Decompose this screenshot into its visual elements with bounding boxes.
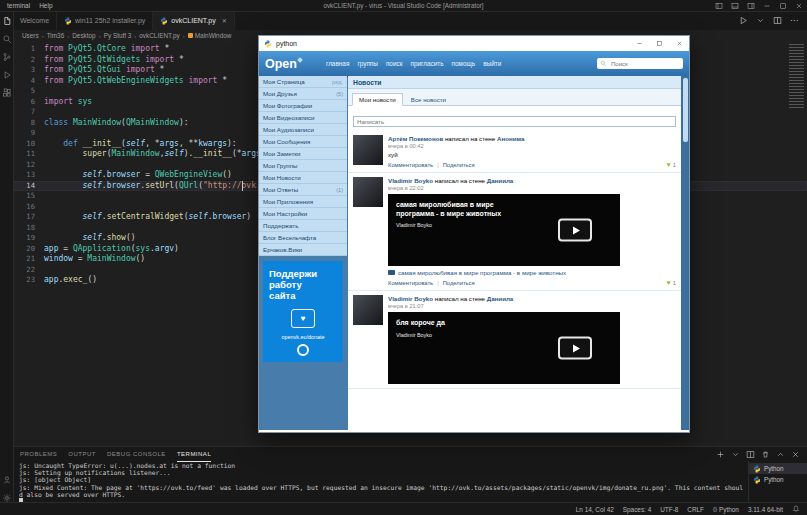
video-player[interactable]: бля короче даVladimir Boyko [388, 312, 620, 384]
post-avatar[interactable] [353, 295, 383, 325]
post-action-link-1[interactable]: Поделиться [443, 162, 475, 168]
post-target-link[interactable]: Анонима [497, 135, 524, 142]
openvk-logo[interactable]: Open [265, 57, 302, 71]
editor-tab-2[interactable]: ovkCLIENT.py✕ [153, 11, 234, 30]
editor-tab-1[interactable]: win11 25h2 installer.py [57, 11, 153, 30]
breadcrumb-item-2[interactable]: Desktop [72, 32, 95, 39]
breadcrumb-item-5[interactable]: MainWindow [188, 32, 232, 39]
sidebar-item-14[interactable]: Ерчаков.Вики [259, 244, 347, 256]
sidebar-item-13[interactable]: Блог Весельчафта [259, 232, 347, 244]
terminal-instance-1[interactable]: Python [749, 474, 807, 485]
compose-input[interactable] [353, 116, 676, 127]
run-python-file-icon[interactable] [738, 16, 748, 26]
post-author-link[interactable]: Vladimir Boyko [388, 177, 433, 184]
sidebar-item-12[interactable]: Поддержать [259, 220, 347, 232]
post-author-link[interactable]: Vladimir Boyko [388, 295, 433, 302]
terminal-output[interactable]: js: Uncaught TypeError: u(...).nodes.at … [13, 461, 748, 504]
nav-link-4[interactable]: помощь [452, 60, 476, 67]
like-button[interactable]: ♥1 [667, 279, 676, 286]
donate-banner[interactable]: Поддержиработусайта ♥ openvk.eu/donate [263, 261, 343, 362]
sidebar-item-6[interactable]: Мои Заметки [259, 148, 347, 160]
menu-item-0[interactable]: terminal [7, 2, 30, 9]
nav-link-2[interactable]: поиск [386, 60, 403, 67]
breadcrumb-item-1[interactable]: Tim36 [47, 32, 65, 39]
menu-item-1[interactable]: Help [39, 2, 52, 9]
sidebar-item-10[interactable]: Мои Приложения [259, 196, 347, 208]
sidebar-item-9[interactable]: Мои Ответы(1) [259, 184, 347, 196]
nav-link-0[interactable]: главная [326, 60, 349, 67]
close-panel-icon[interactable] [791, 450, 800, 459]
indentation[interactable]: Spaces: 4 [623, 506, 651, 513]
account-icon[interactable] [2, 475, 12, 485]
run-debug-icon[interactable] [2, 70, 12, 80]
editor-tab-0[interactable]: Welcome [13, 11, 57, 30]
sidebar-item-8[interactable]: Мои Новости [259, 172, 347, 184]
sidebar-item-11[interactable]: Мои Настройки [259, 208, 347, 220]
openvk-search-box[interactable] [597, 58, 683, 69]
more-actions-icon[interactable]: ⋯ [789, 16, 799, 26]
language-mode[interactable]: {}Python [713, 506, 739, 513]
explorer-icon[interactable] [2, 16, 12, 26]
source-control-icon[interactable] [2, 52, 12, 62]
qt-maximize-icon[interactable] [649, 36, 669, 51]
minimize-icon[interactable] [759, 0, 775, 11]
panel-tab-2[interactable]: DEBUG CONSOLE [107, 447, 166, 462]
split-terminal-icon[interactable] [746, 450, 755, 459]
feed-tab-1[interactable]: Все новости [405, 94, 452, 105]
qt-titlebar[interactable]: python [259, 36, 689, 51]
cursor-position[interactable]: Ln 14, Col 42 [576, 506, 614, 513]
close-window-icon[interactable] [791, 0, 807, 11]
terminal-profile-chevron-icon[interactable] [731, 450, 740, 459]
kill-terminal-icon[interactable] [761, 450, 770, 459]
qt-minimize-icon[interactable] [629, 36, 649, 51]
new-terminal-icon[interactable] [716, 450, 725, 459]
panel-tab-0[interactable]: PROBLEMS [20, 447, 57, 462]
python-interpreter[interactable]: 3.11.4 64-bit [748, 506, 783, 513]
eol-sequence[interactable]: CRLF [687, 506, 704, 513]
post-author-link[interactable]: Артём Покемонов [388, 135, 443, 142]
customize-layout-icon[interactable] [743, 0, 759, 11]
search-input[interactable] [609, 60, 680, 68]
play-button[interactable] [558, 337, 592, 360]
nav-link-1[interactable]: группы [357, 60, 378, 67]
breadcrumb-item-0[interactable]: Users [22, 32, 39, 39]
nav-link-5[interactable]: выйти [483, 60, 501, 67]
post-action-link-0[interactable]: Комментировать [388, 280, 433, 286]
scrollbar-thumb[interactable] [683, 78, 688, 142]
video-caption-link[interactable]: самая миролюбивая в мире программа - в м… [388, 269, 676, 276]
panel-tab-1[interactable]: OUTPUT [68, 447, 96, 462]
sidebar-item-3[interactable]: Мои Видеозаписи [259, 112, 347, 124]
post-avatar[interactable] [353, 135, 383, 165]
sidebar-item-1[interactable]: Мои Друзья(5) [259, 88, 347, 100]
feed-tab-0[interactable]: Мои новости [352, 93, 403, 106]
extensions-icon[interactable] [2, 88, 12, 98]
maximize-icon[interactable] [775, 0, 791, 11]
minimap[interactable] [789, 44, 804, 108]
post-avatar[interactable] [353, 177, 383, 207]
sidebar-item-4[interactable]: Мои Аудиозаписи [259, 124, 347, 136]
breadcrumb-item-4[interactable]: ovkCLIENT.py [139, 32, 180, 39]
sidebar-item-2[interactable]: Мои Фотографии [259, 100, 347, 112]
maximize-panel-icon[interactable] [776, 450, 785, 459]
sidebar-item-0[interactable]: Моя Страницаред. [259, 76, 347, 88]
toggle-panel-icon[interactable] [727, 0, 743, 11]
play-button[interactable] [558, 219, 592, 242]
nav-link-3[interactable]: пригласить [410, 60, 443, 67]
edit-link[interactable]: ред. [332, 79, 343, 85]
notifications-bell-icon[interactable] [792, 505, 800, 513]
encoding[interactable]: UTF-8 [660, 506, 678, 513]
post-action-link-1[interactable]: Поделиться [443, 280, 475, 286]
breadcrumb-item-3[interactable]: Py Stuff 3 [104, 32, 132, 39]
terminal-instance-0[interactable]: Python [749, 463, 807, 474]
video-player[interactable]: самая миролюбивая в мире программа - в м… [388, 194, 620, 266]
close-tab-icon[interactable]: ✕ [222, 17, 227, 24]
panel-tab-3[interactable]: TERMINAL [177, 447, 211, 462]
post-target-link[interactable]: Даниила [487, 177, 514, 184]
qt-close-icon[interactable] [669, 36, 689, 51]
search-icon[interactable] [2, 34, 12, 44]
sidebar-item-5[interactable]: Мои Сообщения [259, 136, 347, 148]
run-dropdown-chevron-icon[interactable] [755, 16, 765, 26]
sidebar-item-7[interactable]: Мои Группы [259, 160, 347, 172]
page-scrollbar[interactable] [681, 76, 689, 430]
post-action-link-0[interactable]: Комментировать [388, 162, 433, 168]
